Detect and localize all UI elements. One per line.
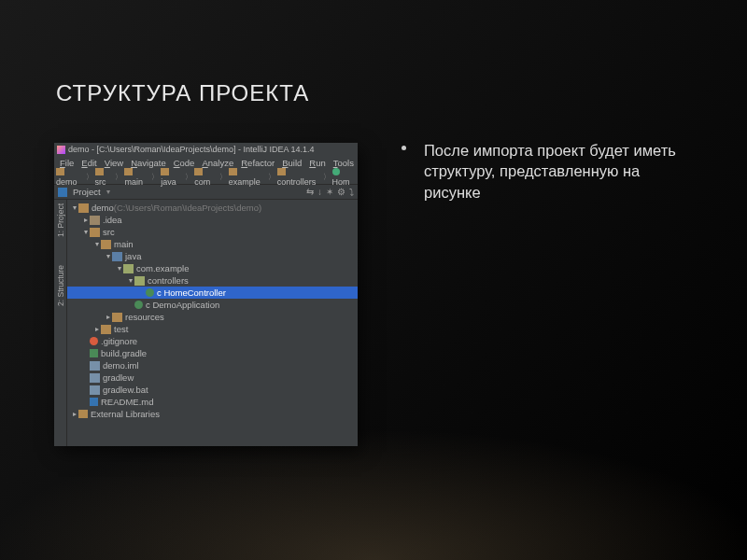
intellij-logo-icon (57, 146, 65, 154)
info-icon (90, 398, 98, 406)
expand-arrow-open-icon[interactable]: ▾ (116, 264, 123, 273)
pkg-icon (134, 276, 145, 286)
breadcrumb-separator-icon: 〉 (115, 172, 122, 182)
expand-arrow-closed-icon[interactable]: ▸ (71, 410, 78, 418)
tree-node[interactable]: gradlew.bat (67, 384, 358, 396)
tree-node-label: README.md (101, 397, 153, 407)
window-title: demo - [C:\Users\Roman\IdeaProjects\demo… (68, 145, 315, 154)
tree-node[interactable]: ▾src (67, 226, 358, 238)
folder-icon (161, 168, 169, 175)
menu-item-tools[interactable]: Tools (330, 158, 358, 168)
project-panel-header[interactable]: Project ▾ ⇆↓✶⚙⤵ (54, 185, 358, 200)
breadcrumb-segment[interactable]: controllers (277, 168, 321, 187)
tree-node[interactable]: gradlew (67, 371, 358, 384)
folder-icon (194, 168, 203, 175)
breadcrumb-segment[interactable]: example (229, 168, 266, 187)
tree-node[interactable]: ▾controllers (67, 274, 358, 287)
src-icon (112, 252, 122, 261)
menu-item-navigate[interactable]: Navigate (127, 158, 170, 168)
folder-icon (56, 168, 64, 175)
ide-screenshot: demo - [C:\Users\Roman\IdeaProjects\demo… (54, 143, 358, 446)
project-tree[interactable]: ▾demo (C:\Users\Roman\IdeaProjects\demo)… (67, 200, 358, 446)
breadcrumb-segment[interactable]: demo (56, 168, 84, 187)
breadcrumb-segment[interactable]: Hom (332, 168, 356, 187)
bullet-dot-icon (402, 146, 406, 150)
tree-node[interactable]: ▾java (67, 250, 358, 262)
file-icon (90, 361, 100, 371)
tree-node-label: demo (92, 203, 114, 213)
tree-node[interactable]: demo.iml (67, 359, 358, 371)
expand-arrow-closed-icon[interactable]: ▸ (82, 216, 90, 224)
tree-node-label: gradlew.bat (103, 385, 148, 395)
tree-node[interactable]: README.md (67, 396, 358, 408)
panel-tool-icon[interactable]: ⇆ (306, 187, 314, 197)
tool-window-tab[interactable]: 1: Project (56, 203, 65, 237)
folder-icon (101, 240, 111, 249)
git-icon (90, 337, 98, 345)
class-icon (146, 288, 154, 297)
expand-arrow-open-icon[interactable]: ▾ (93, 240, 101, 248)
tree-node[interactable]: ▸resources (67, 311, 358, 323)
menu-item-refactor[interactable]: Refactor (237, 158, 278, 168)
tree-node-label: test (114, 324, 128, 334)
expand-arrow-open-icon[interactable]: ▾ (82, 228, 90, 236)
tree-node[interactable]: build.gradle (67, 347, 358, 359)
tree-node-label: gradlew (103, 372, 134, 383)
menu-item-edit[interactable]: Edit (78, 158, 100, 168)
menu-item-file[interactable]: File (56, 158, 78, 168)
folder-o-icon (90, 216, 100, 225)
menu-item-view[interactable]: View (101, 158, 127, 168)
project-view-icon (58, 188, 67, 197)
menu-item-analyze[interactable]: Analyze (198, 158, 237, 168)
gradle-icon (90, 349, 98, 357)
menu-item-run[interactable]: Run (305, 158, 329, 168)
tree-node[interactable]: c DemoApplication (67, 299, 358, 311)
expand-arrow-closed-icon[interactable]: ▸ (105, 313, 112, 321)
breadcrumb-segment[interactable]: com (194, 168, 218, 187)
panel-toolbar[interactable]: ⇆↓✶⚙⤵ (306, 187, 354, 197)
folder-icon (101, 325, 111, 334)
expand-arrow-closed-icon[interactable]: ▸ (93, 325, 101, 333)
tree-node[interactable]: c HomeController (67, 287, 358, 299)
expand-arrow-open-icon[interactable]: ▾ (127, 276, 134, 285)
tree-node[interactable]: .gitignore (67, 335, 358, 347)
menu-item-build[interactable]: Build (278, 158, 305, 168)
tree-node-label: .gitignore (101, 336, 137, 346)
tree-node-label: src (103, 227, 115, 237)
tree-node[interactable]: ▾com.example (67, 262, 358, 274)
breadcrumb-separator-icon: 〉 (185, 172, 192, 182)
folder-icon (124, 168, 133, 175)
panel-tool-icon[interactable]: ⤵ (349, 187, 354, 197)
breadcrumb-separator-icon: 〉 (151, 172, 159, 182)
breadcrumb-segment[interactable]: main (124, 168, 149, 187)
breadcrumb-segment[interactable]: src (95, 168, 114, 187)
panel-tool-icon[interactable]: ↓ (317, 187, 322, 197)
tree-node-label: External Libraries (91, 409, 160, 419)
tree-node[interactable]: ▸test (67, 323, 358, 335)
tree-node[interactable]: ▸External Libraries (67, 408, 358, 420)
folder-icon (90, 228, 100, 237)
folder-icon (78, 203, 89, 213)
tree-node-label: controllers (148, 275, 189, 286)
expand-arrow-open-icon[interactable]: ▾ (105, 252, 112, 260)
tree-node[interactable]: ▸.idea (67, 214, 358, 226)
tool-window-stripe[interactable]: 1: Project2: Structure (54, 200, 67, 446)
lib-icon (78, 410, 88, 418)
dropdown-chevron-icon[interactable]: ▾ (106, 188, 110, 196)
bullet-block: После импорта проект будет иметь структу… (402, 140, 682, 203)
tree-node-label: com.example (136, 263, 190, 273)
panel-tool-icon[interactable]: ✶ (326, 187, 333, 197)
tree-node[interactable]: ▾main (67, 238, 358, 250)
menu-item-code[interactable]: Code (170, 158, 199, 168)
slide: СТРУКТУРА ПРОЕКТА После импорта проект б… (0, 0, 747, 560)
breadcrumb[interactable]: demo〉src〉main〉java〉com〉example〉controlle… (54, 170, 358, 185)
expand-arrow-open-icon[interactable]: ▾ (71, 203, 78, 212)
tree-node[interactable]: ▾demo (C:\Users\Roman\IdeaProjects\demo) (67, 202, 358, 214)
folder-icon (95, 168, 104, 175)
panel-tool-icon[interactable]: ⚙ (337, 187, 345, 197)
file-icon (90, 385, 100, 395)
tool-window-tab[interactable]: 2: Structure (56, 265, 65, 306)
breadcrumb-separator-icon: 〉 (268, 172, 275, 182)
breadcrumb-segment[interactable]: java (161, 168, 183, 187)
tree-node-label: build.gradle (101, 348, 147, 358)
